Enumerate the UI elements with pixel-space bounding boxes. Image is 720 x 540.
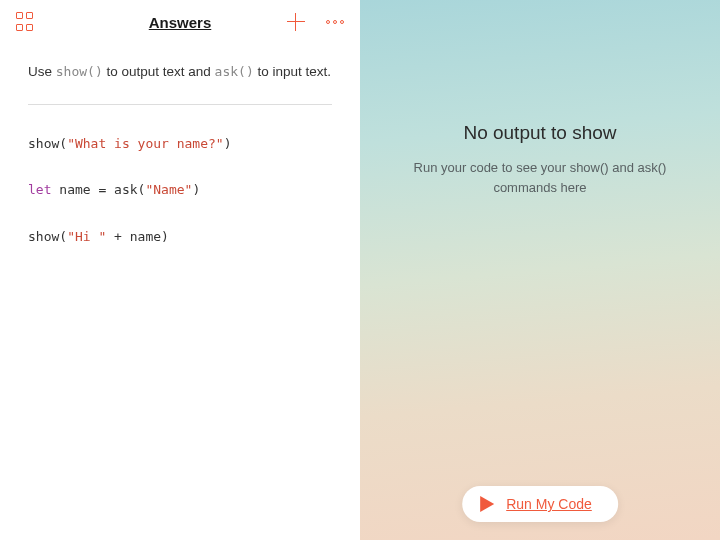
instruction-part: to input text. — [254, 64, 331, 79]
editor-content: Use show() to output text and ask() to i… — [0, 44, 360, 292]
instruction-part: to output text and — [103, 64, 215, 79]
output-empty-state: No output to show Run your code to see y… — [360, 122, 720, 197]
plus-icon[interactable] — [286, 12, 306, 32]
editor-header: Answers — [0, 0, 360, 44]
run-button[interactable]: Run My Code — [462, 486, 618, 522]
divider — [28, 104, 332, 105]
code-string: "What is your name?" — [67, 136, 224, 151]
code-line: show("Hi " + name) — [28, 228, 332, 246]
play-icon — [480, 496, 494, 512]
code-token: show( — [28, 136, 67, 151]
run-button-label: Run My Code — [506, 496, 592, 512]
inline-code: ask() — [215, 64, 254, 79]
inline-code: show() — [56, 64, 103, 79]
code-line: show("What is your name?") — [28, 135, 332, 153]
code-block[interactable]: show("What is your name?") let name = as… — [28, 135, 332, 246]
output-title: No output to show — [390, 122, 690, 144]
code-token: + name) — [106, 229, 169, 244]
code-string: "Name" — [145, 182, 192, 197]
code-token: ) — [224, 136, 232, 151]
grid-icon[interactable] — [16, 12, 36, 32]
more-icon[interactable] — [326, 20, 344, 24]
editor-panel: Answers Use show() to output text and as… — [0, 0, 360, 540]
output-subtitle: Run your code to see your show() and ask… — [390, 158, 690, 197]
code-token: show( — [28, 229, 67, 244]
instruction-part: Use — [28, 64, 56, 79]
code-token: ) — [192, 182, 200, 197]
code-token: name = ask( — [51, 182, 145, 197]
output-panel: No output to show Run your code to see y… — [360, 0, 720, 540]
code-keyword: let — [28, 182, 51, 197]
code-line: let name = ask("Name") — [28, 181, 332, 199]
code-string: "Hi " — [67, 229, 106, 244]
instruction-text: Use show() to output text and ask() to i… — [28, 62, 332, 82]
